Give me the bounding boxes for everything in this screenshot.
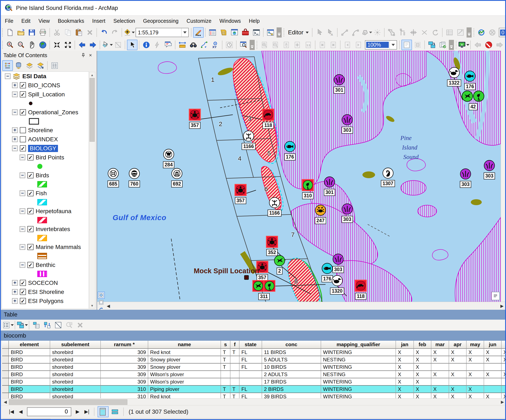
table-scroll-thumb[interactable]: [9, 399, 127, 405]
row-selector[interactable]: [2, 393, 9, 398]
layer-checkbox-esi-shoreline[interactable]: ✓: [20, 289, 26, 295]
collapse-minus-icon[interactable]: −: [20, 190, 25, 196]
layer-label-benthic[interactable]: Benthic: [36, 262, 55, 268]
collapse-minus-icon[interactable]: −: [20, 262, 25, 268]
column-header-subelement[interactable]: subelement: [50, 341, 101, 349]
expand-plus-icon[interactable]: +: [12, 298, 18, 304]
biology-icon-bird-311[interactable]: 311: [252, 280, 276, 300]
fixed-zoom-out-layout-button[interactable]: [328, 40, 339, 50]
table-cell[interactable]: 309: [101, 363, 148, 371]
biology-icon-plant-303[interactable]: 303: [332, 253, 344, 273]
table-cell[interactable]: X: [414, 363, 431, 371]
table-cell[interactable]: T: [221, 349, 230, 356]
menu-selection[interactable]: Selection: [109, 16, 139, 26]
table-cell[interactable]: T: [221, 363, 230, 371]
editor-toolbar-button[interactable]: [193, 27, 204, 38]
table-cell[interactable]: Wilson's plover: [148, 371, 221, 378]
table-cell[interactable]: 39 BIRDS: [262, 393, 321, 398]
layout-zoom-combo-dropdown-icon[interactable]: [390, 41, 397, 49]
pin-icon[interactable]: [80, 52, 87, 59]
related-tables-button[interactable]: [17, 320, 27, 330]
collapse-minus-icon[interactable]: −: [20, 208, 25, 214]
biology-icon-plant-301[interactable]: 301: [324, 176, 335, 196]
table-cell[interactable]: [502, 386, 506, 393]
next-record-button[interactable]: ▶: [73, 407, 82, 416]
layer-label-bird-points[interactable]: Bird Points: [36, 154, 64, 161]
column-header-jun[interactable]: jun: [484, 341, 502, 349]
table-cell[interactable]: 11 BIRDS: [262, 349, 321, 356]
title-bar[interactable]: Pine Island Sound Florida.mxd - ArcMap: [1, 1, 505, 16]
biology-icon-crab-247[interactable]: 247: [315, 204, 326, 224]
menu-insert[interactable]: Insert: [88, 16, 109, 26]
biology-icon-bank-692[interactable]: 692: [171, 168, 183, 187]
table-cell[interactable]: Wilson's plover: [148, 378, 221, 386]
table-cell[interactable]: X: [449, 371, 466, 378]
biology-icon-tpad-1166[interactable]: 1166: [267, 197, 281, 217]
table-cell[interactable]: 310: [101, 393, 148, 398]
table-cell[interactable]: X: [431, 386, 449, 393]
table-cell[interactable]: [484, 378, 502, 386]
table-of-contents-button[interactable]: [207, 27, 218, 38]
column-header-may[interactable]: may: [466, 341, 484, 349]
list-by-source-button[interactable]: [13, 60, 24, 71]
toolbar-overflow-button[interactable]: [466, 27, 472, 38]
post-version-button[interactable]: [487, 27, 498, 38]
identify-tool[interactable]: [141, 40, 152, 50]
table-row[interactable]: BIRDshorebird310Red knotTTFL39 BIRDSWINT…: [2, 393, 506, 398]
table-cell[interactable]: [221, 378, 230, 386]
map-overflow-button[interactable]: [491, 292, 500, 300]
move-tool[interactable]: [408, 27, 419, 38]
scroll-down-icon[interactable]: ▼: [89, 303, 95, 308]
scroll-thumb[interactable]: [90, 78, 95, 142]
zoom-whole-page-button[interactable]: [292, 40, 303, 50]
table-cell[interactable]: NESTING: [321, 356, 396, 363]
column-header-cut[interactable]: [502, 341, 506, 349]
table-cell[interactable]: [240, 371, 262, 378]
arccatalog-button[interactable]: [218, 27, 229, 38]
table-cell[interactable]: X: [466, 371, 484, 378]
next-step-button[interactable]: [494, 40, 505, 50]
table-cell[interactable]: [449, 363, 466, 371]
table-cell[interactable]: X: [449, 356, 466, 363]
table-cell[interactable]: T: [230, 349, 240, 356]
map-scroll-left-icon[interactable]: ◀: [105, 303, 112, 308]
select-elements-tool[interactable]: [127, 40, 137, 50]
table-cell[interactable]: FL: [240, 356, 262, 363]
biology-icon-duck-1322[interactable]: 1322: [447, 67, 461, 87]
collapse-minus-icon[interactable]: −: [12, 92, 18, 97]
row-selector[interactable]: [2, 386, 9, 393]
table-cell[interactable]: shorebird: [50, 378, 101, 386]
layer-checkbox-birds[interactable]: ✓: [27, 172, 33, 178]
table-cell[interactable]: X: [396, 393, 414, 398]
table-cell[interactable]: Red knot: [148, 393, 221, 398]
table-cell[interactable]: X: [396, 363, 414, 371]
biology-icon-plant-301[interactable]: 301: [333, 74, 345, 93]
zoom-in-tool[interactable]: [5, 40, 15, 50]
column-header-s[interactable]: s: [221, 341, 230, 349]
clear-selected-features-button[interactable]: [113, 40, 123, 50]
map-scale-combo-dropdown-icon[interactable]: [181, 28, 188, 37]
table-cell[interactable]: X: [414, 371, 431, 378]
expand-plus-icon[interactable]: +: [12, 127, 18, 133]
catalog-window-button[interactable]: [229, 27, 240, 38]
layer-checkbox-bio-icons[interactable]: ✓: [20, 82, 26, 88]
table-cell[interactable]: shorebird: [50, 356, 101, 363]
find-button[interactable]: [188, 40, 199, 50]
table-cell[interactable]: X: [449, 349, 466, 356]
table-cell[interactable]: [466, 363, 484, 371]
table-cell[interactable]: WINTERING: [321, 363, 396, 371]
table-cell[interactable]: NESTING: [321, 371, 396, 378]
column-header-apr[interactable]: apr: [449, 341, 466, 349]
table-cell[interactable]: 310: [101, 386, 148, 393]
biology-icon-plant-303[interactable]: 303: [483, 160, 495, 180]
layer-label-shoreline[interactable]: Shoreline: [28, 127, 53, 134]
editor-menu[interactable]: Editor: [286, 29, 311, 36]
biology-icon-hand-1307[interactable]: 1307: [381, 167, 395, 187]
arctoolbox-button[interactable]: [240, 27, 251, 38]
biology-icon-tpad-1166[interactable]: 1166: [242, 130, 255, 150]
collapse-minus-icon[interactable]: −: [20, 154, 25, 160]
table-cell[interactable]: BIRD: [9, 378, 50, 386]
row-selector[interactable]: [2, 363, 9, 371]
attributes-button[interactable]: [444, 27, 455, 38]
biology-icon-heron-310[interactable]: 310: [302, 179, 314, 199]
